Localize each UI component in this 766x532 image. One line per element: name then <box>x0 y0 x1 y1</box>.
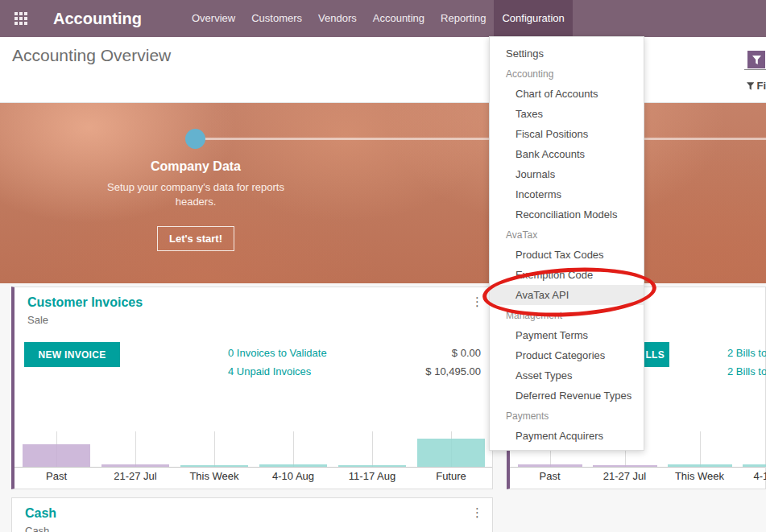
chart-axis-label: 11-17 Aug <box>333 468 412 482</box>
chart-gridline <box>214 431 215 467</box>
bill-summary-row: 2 Bills to P <box>727 362 765 381</box>
invoice-link[interactable]: 4 Unpaid Invoices <box>228 365 311 377</box>
menu-item-product-categories[interactable]: Product Categories <box>490 345 644 365</box>
apps-grid-icon[interactable] <box>14 12 27 25</box>
top-navbar: Accounting OverviewCustomersVendorsAccou… <box>0 0 766 37</box>
lets-start-button[interactable]: Let's start! <box>157 226 234 251</box>
chart-axis-label: 4-10 Aug <box>737 468 766 482</box>
menu-section-accounting: Accounting <box>490 64 644 84</box>
customer-invoices-card: Customer Invoices Sale ⋮ NEW INVOICE 0 I… <box>11 287 493 489</box>
chart-bar-cell <box>96 431 175 467</box>
step-title: Company Data <box>107 159 284 174</box>
chart-bar-cell <box>17 431 96 467</box>
nav-item-vendors[interactable]: Vendors <box>310 0 365 37</box>
chart-bar-cell <box>412 431 491 467</box>
menu-section-management: Management <box>490 305 644 325</box>
menu-item-taxes[interactable]: Taxes <box>490 104 644 124</box>
menu-item-payment-acquirers[interactable]: Payment Acquirers <box>490 426 644 446</box>
app-title: Accounting <box>53 0 142 37</box>
nav-menu: OverviewCustomersVendorsAccountingReport… <box>184 0 573 37</box>
invoice-summary-rows: 0 Invoices to Validate$ 0.004 Unpaid Inv… <box>228 344 481 381</box>
chart-bars-row <box>14 431 492 467</box>
chart-bar-this-week[interactable] <box>668 464 732 467</box>
chart-gridline <box>700 431 701 467</box>
menu-item-chart-of-accounts[interactable]: Chart of Accounts <box>490 84 644 104</box>
menu-item-reconciliation-models[interactable]: Reconciliation Models <box>490 204 644 225</box>
chart-gridline <box>293 431 294 467</box>
chart-gridline <box>135 431 136 467</box>
bill-summary-links: 2 Bills to V2 Bills to P <box>727 344 765 381</box>
search-filter-facet[interactable] <box>747 51 765 68</box>
chart-bar-this-week[interactable] <box>180 465 248 467</box>
invoice-link[interactable]: 0 Invoices to Validate <box>228 347 327 359</box>
menu-item-incoterms[interactable]: Incoterms <box>490 184 644 204</box>
bill-summary-row: 2 Bills to V <box>727 344 765 362</box>
invoice-summary-row: 4 Unpaid Invoices$ 10,495.00 <box>228 362 481 381</box>
filters-label: Fi <box>756 80 766 92</box>
invoice-amount: $ 0.00 <box>452 347 481 359</box>
chart-bar-11-17-aug[interactable] <box>338 465 406 467</box>
funnel-icon <box>752 56 761 64</box>
card-subtitle: Cash <box>25 525 49 532</box>
menu-item-settings[interactable]: Settings <box>490 43 644 64</box>
chart-axis-row: Past21-27 JulThis Week4-10 Aug <box>510 467 765 482</box>
invoice-summary-row: 0 Invoices to Validate$ 0.00 <box>228 344 481 362</box>
filters-button[interactable]: Fi <box>747 80 766 92</box>
onboarding-timeline <box>196 138 766 140</box>
chart-gridline <box>372 431 373 467</box>
kebab-menu-icon[interactable]: ⋮ <box>471 296 483 307</box>
bill-link[interactable]: 2 Bills to P <box>727 365 766 377</box>
chart-bar-cell <box>737 431 766 467</box>
nav-item-accounting[interactable]: Accounting <box>365 0 433 37</box>
chart-axis-label: This Week <box>175 468 254 482</box>
chart-bar-past[interactable] <box>518 464 582 467</box>
menu-item-deferred-revenue-types[interactable]: Deferred Revenue Types <box>490 386 644 406</box>
menu-item-product-tax-codes[interactable]: Product Tax Codes <box>490 245 644 265</box>
menu-item-payment-terms[interactable]: Payment Terms <box>490 325 644 345</box>
chart-bar-4-10-aug[interactable] <box>259 464 327 467</box>
configuration-dropdown-menu: SettingsAccountingChart of AccountsTaxes… <box>489 36 644 451</box>
search-input-underline <box>744 69 766 70</box>
chart-bar-4-10-aug[interactable] <box>743 464 766 467</box>
onboarding-step: Company Data Setup your company's data f… <box>107 159 284 251</box>
nav-item-configuration[interactable]: Configuration <box>494 0 572 37</box>
nav-item-reporting[interactable]: Reporting <box>433 0 494 37</box>
menu-item-fiscal-positions[interactable]: Fiscal Positions <box>490 124 644 144</box>
nav-item-customers[interactable]: Customers <box>243 0 310 37</box>
menu-item-asset-types[interactable]: Asset Types <box>490 365 644 386</box>
chart-bar-cell <box>333 431 412 467</box>
chart-bar-cell <box>254 431 333 467</box>
chart-bar-21-27-jul[interactable] <box>101 464 169 467</box>
card-title[interactable]: Customer Invoices <box>27 295 143 310</box>
filters-funnel-icon <box>747 82 754 90</box>
chart-axis-label: 4-10 Aug <box>254 468 333 482</box>
chart-bar-cell <box>662 431 737 467</box>
menu-section-payments: Payments <box>490 406 644 426</box>
menu-item-bank-accounts[interactable]: Bank Accounts <box>490 144 644 164</box>
menu-item-exemption-code[interactable]: Exemption Code <box>490 265 644 285</box>
bill-link[interactable]: 2 Bills to V <box>727 347 766 359</box>
card-title[interactable]: Cash <box>25 506 56 521</box>
nav-item-overview[interactable]: Overview <box>184 0 243 37</box>
page-title: Accounting Overview <box>12 46 171 65</box>
menu-section-avatax: AvaTax <box>490 225 644 245</box>
card-subtitle: Sale <box>27 314 48 326</box>
cash-card: Cash Cash ⋮ <box>11 497 493 532</box>
chart-bar-21-27-jul[interactable] <box>593 465 657 467</box>
chart-bar-future[interactable] <box>417 439 485 467</box>
control-panel: Accounting Overview Fi <box>0 37 766 103</box>
invoice-bar-chart[interactable]: Past21-27 JulThis Week4-10 Aug11-17 AugF… <box>14 431 492 482</box>
new-invoice-button[interactable]: NEW INVOICE <box>24 342 120 367</box>
chart-axis-label: Future <box>412 468 491 482</box>
chart-axis-label: 21-27 Jul <box>587 468 662 482</box>
menu-item-avatax-api[interactable]: AvaTax API <box>490 285 644 305</box>
chart-bar-past[interactable] <box>23 444 90 467</box>
onboarding-step-dot <box>185 129 205 149</box>
menu-item-journals[interactable]: Journals <box>490 164 644 184</box>
chart-axis-label: Past <box>512 468 587 482</box>
kebab-menu-icon[interactable]: ⋮ <box>471 507 483 518</box>
chart-axis-label: Past <box>17 468 96 482</box>
chart-axis-row: Past21-27 JulThis Week4-10 Aug11-17 AugF… <box>14 467 492 482</box>
chart-axis-label: 21-27 Jul <box>96 468 175 482</box>
chart-bar-cell <box>175 431 254 467</box>
